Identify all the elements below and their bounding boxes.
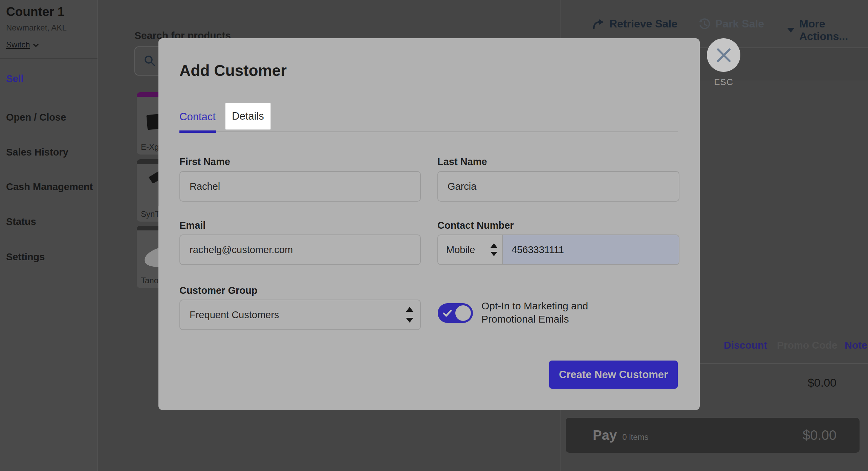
retrieve-sale-button[interactable]: Retrieve Sale — [592, 18, 677, 30]
more-actions-label: More Actions... — [799, 18, 868, 43]
add-customer-modal: Add Customer Contact Details First Name … — [158, 38, 700, 410]
check-icon — [443, 310, 452, 317]
active-tab-indicator — [179, 130, 216, 133]
customer-group-label: Customer Group — [179, 285, 257, 296]
modal-title: Add Customer — [179, 61, 287, 80]
tab-details-label: Details — [232, 110, 264, 122]
caret-down-icon — [787, 28, 795, 33]
switch-link-label: Switch — [6, 40, 30, 49]
optin-label-line1: Opt-In to Marketing and — [481, 299, 588, 312]
phone-type-spinner[interactable] — [491, 243, 497, 256]
esc-hint-label: ESC — [707, 77, 740, 87]
phone-type-value: Mobile — [446, 244, 475, 255]
register-name: Counter 1 — [6, 5, 65, 19]
spinner-down-icon — [406, 318, 413, 323]
sidebar-item-status[interactable]: Status — [6, 216, 36, 227]
note-link[interactable]: Note — [845, 340, 867, 351]
optin-label: Opt-In to Marketing and Promotional Emai… — [481, 299, 588, 326]
optin-toggle[interactable] — [438, 303, 473, 323]
retrieve-sale-icon — [592, 18, 605, 30]
email-field[interactable]: rachelg@customer.com — [179, 234, 421, 265]
tabs-baseline — [216, 131, 678, 132]
first-name-label: First Name — [179, 156, 230, 167]
chevron-down-icon — [33, 43, 39, 47]
pay-amount: $0.00 — [803, 428, 837, 443]
more-actions-button[interactable]: More Actions... — [787, 18, 868, 43]
contact-number-group: Mobile 4563331111 — [437, 234, 679, 265]
retrieve-sale-label: Retrieve Sale — [609, 18, 677, 30]
pay-button[interactable]: Pay 0 items $0.00 — [566, 418, 860, 453]
spinner-down-icon — [491, 252, 497, 256]
customer-group-select[interactable]: Frequent Customers — [179, 300, 421, 330]
tab-details[interactable]: Details — [225, 103, 270, 129]
last-name-label: Last Name — [437, 156, 487, 167]
sidebar-item-sell[interactable]: Sell — [6, 73, 24, 84]
pay-label: Pay — [593, 428, 617, 443]
toggle-knob — [455, 305, 471, 321]
sidebar-item-cash-management[interactable]: Cash Management — [6, 181, 93, 192]
phone-type-select[interactable]: Mobile — [438, 235, 503, 264]
sidebar-item-settings[interactable]: Settings — [6, 251, 45, 263]
sidebar-item-open-close[interactable]: Open / Close — [6, 112, 66, 123]
optin-label-line2: Promotional Emails — [481, 312, 588, 326]
sidebar-divider — [0, 58, 97, 59]
customer-group-spinner[interactable] — [406, 307, 413, 323]
spinner-up-icon — [406, 307, 413, 312]
switch-register-link[interactable]: Switch — [6, 40, 39, 49]
close-icon — [716, 47, 732, 63]
pay-items-count: 0 items — [622, 432, 648, 442]
phone-number-field[interactable]: 4563331111 — [503, 235, 679, 264]
discount-link[interactable]: Discount — [724, 340, 767, 351]
email-label: Email — [179, 220, 205, 231]
park-sale-button[interactable]: Park Sale — [698, 18, 764, 30]
park-sale-label: Park Sale — [715, 18, 764, 30]
register-location: Newmarket, AKL — [6, 23, 67, 33]
sidebar-item-sales-history[interactable]: Sales History — [6, 147, 68, 158]
spinner-up-icon — [491, 243, 497, 248]
sidebar: Counter 1 Newmarket, AKL Switch Sell Ope… — [0, 0, 98, 471]
promo-code-link[interactable]: Promo Code — [777, 340, 837, 351]
customer-group-value: Frequent Customers — [190, 309, 279, 321]
search-icon — [144, 55, 156, 67]
park-sale-icon — [698, 18, 711, 30]
create-new-customer-button[interactable]: Create New Customer — [549, 361, 678, 389]
modal-close-button[interactable] — [707, 38, 740, 72]
last-name-field[interactable]: Garcia — [437, 171, 679, 202]
sale-total-amount: $0.00 — [763, 376, 837, 389]
contact-number-label: Contact Number — [437, 220, 514, 231]
first-name-field[interactable]: Rachel — [179, 171, 421, 202]
tab-contact[interactable]: Contact — [179, 111, 216, 123]
